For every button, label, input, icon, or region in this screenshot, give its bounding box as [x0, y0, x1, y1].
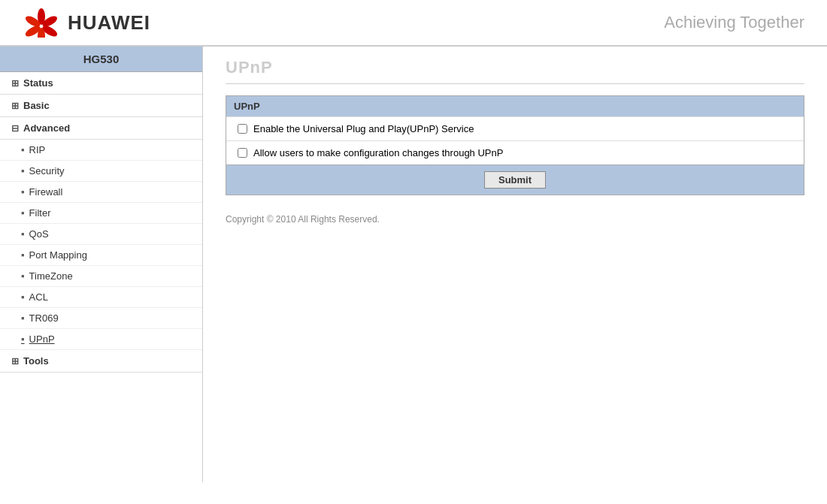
sidebar-item-advanced[interactable]: ⊟ Advanced	[0, 117, 202, 140]
bullet-icon: ▪	[21, 207, 25, 219]
enable-upnp-checkbox[interactable]	[238, 124, 247, 134]
minus-icon: ⊟	[11, 123, 19, 134]
plus-icon: ⊞	[11, 78, 19, 89]
logo-area: HUAWEI	[23, 8, 150, 38]
upnp-section-header: UPnP	[226, 96, 804, 116]
sidebar-item-qos[interactable]: ▪ QoS	[0, 224, 202, 245]
bullet-icon: ▪	[21, 333, 25, 345]
bullet-icon: ▪	[21, 249, 25, 261]
submit-button[interactable]: Submit	[484, 171, 546, 189]
upnp-checkbox-row-2: Allow users to make configuration change…	[226, 140, 804, 164]
sidebar-item-upnp[interactable]: ▪ UPnP	[0, 329, 202, 350]
sidebar-item-port-mapping[interactable]: ▪ Port Mapping	[0, 245, 202, 266]
bullet-icon: ▪	[21, 312, 25, 324]
allow-config-changes-checkbox[interactable]	[238, 148, 247, 158]
allow-config-changes-label[interactable]: Allow users to make configuration change…	[253, 147, 503, 158]
page-title: UPnP	[226, 58, 804, 84]
sidebar-item-security[interactable]: ▪ Security	[0, 161, 202, 182]
bullet-icon: ▪	[21, 291, 25, 303]
plus-icon: ⊞	[11, 356, 19, 367]
sidebar-item-basic[interactable]: ⊞ Basic	[0, 95, 202, 117]
huawei-logo-icon	[23, 8, 60, 38]
sidebar-item-timezone[interactable]: ▪ TimeZone	[0, 266, 202, 287]
upnp-submit-row: Submit	[226, 164, 804, 195]
plus-icon: ⊞	[11, 101, 19, 111]
sidebar-device-title: HG530	[0, 47, 202, 72]
sidebar: HG530 ⊞ Status ⊞ Basic ⊟ Advanced ▪ RIP …	[0, 47, 203, 482]
sidebar-item-status[interactable]: ⊞ Status	[0, 72, 202, 95]
sidebar-item-acl[interactable]: ▪ ACL	[0, 287, 202, 308]
logo-text: HUAWEI	[68, 11, 150, 35]
upnp-section: UPnP Enable the Universal Plug and Play(…	[226, 95, 804, 195]
bullet-icon: ▪	[21, 165, 25, 177]
copyright-text: Copyright © 2010 All Rights Reserved.	[226, 214, 804, 225]
bullet-icon: ▪	[21, 228, 25, 240]
header: HUAWEI Achieving Together	[0, 0, 827, 47]
sidebar-item-filter[interactable]: ▪ Filter	[0, 203, 202, 224]
sidebar-item-firewall[interactable]: ▪ Firewall	[0, 182, 202, 203]
main-layout: HG530 ⊞ Status ⊞ Basic ⊟ Advanced ▪ RIP …	[0, 47, 827, 482]
tagline: Achieving Together	[664, 13, 804, 32]
upnp-checkbox-row-1: Enable the Universal Plug and Play(UPnP)…	[226, 116, 804, 140]
bullet-icon: ▪	[21, 144, 25, 155]
sidebar-item-tools[interactable]: ⊞ Tools	[0, 350, 202, 373]
bullet-icon: ▪	[21, 270, 25, 282]
sidebar-item-rip[interactable]: ▪ RIP	[0, 140, 202, 161]
sidebar-item-tr069[interactable]: ▪ TR069	[0, 308, 202, 329]
enable-upnp-label[interactable]: Enable the Universal Plug and Play(UPnP)…	[253, 123, 474, 134]
content-area: UPnP UPnP Enable the Universal Plug and …	[203, 47, 827, 482]
bullet-icon: ▪	[21, 186, 25, 198]
